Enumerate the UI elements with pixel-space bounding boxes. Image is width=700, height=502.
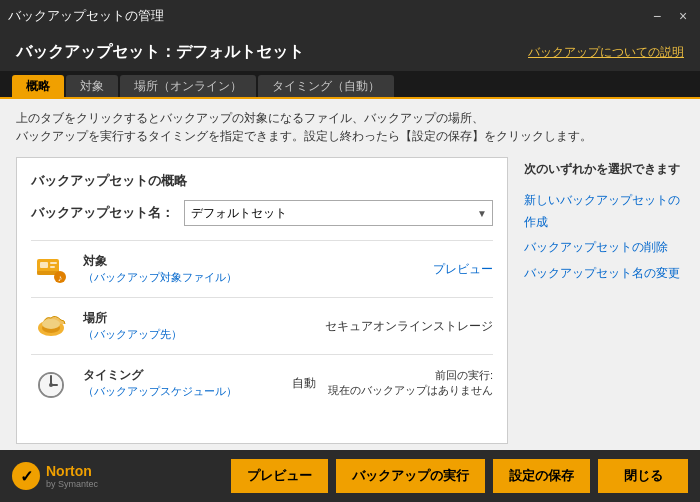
- norton-sub: by Symantec: [46, 479, 98, 489]
- help-link[interactable]: バックアップについての説明: [528, 44, 684, 61]
- timing-name: タイミング: [83, 367, 280, 384]
- timing-detail: 自動: [292, 375, 316, 392]
- right-panel-title: 次のいずれかを選択できます: [524, 161, 684, 178]
- save-settings-button[interactable]: 設定の保存: [493, 459, 590, 493]
- location-sub[interactable]: （バックアップ先）: [83, 327, 313, 342]
- timing-icon: [31, 365, 71, 401]
- item-row-timing: タイミング （バックアップスケジュール） 自動 前回の実行: 現在のバックアップ…: [31, 354, 493, 411]
- svg-text:♪: ♪: [58, 273, 63, 283]
- backup-name-label: バックアップセット名：: [31, 204, 174, 222]
- main-content: バックアップセットの概略 バックアップセット名： デフォルトセット: [0, 151, 700, 450]
- svg-rect-3: [50, 266, 55, 268]
- right-panel: 次のいずれかを選択できます 新しいバックアップセットの作成 バックアップセットの…: [524, 157, 684, 444]
- norton-text: Norton by Symantec: [46, 463, 98, 489]
- item-row-location: 場所 （バックアップ先） セキュアオンラインストレージ: [31, 297, 493, 354]
- svg-rect-1: [40, 262, 48, 268]
- norton-logo: ✓ Norton by Symantec: [12, 462, 98, 490]
- svg-point-9: [42, 319, 60, 329]
- tab-timing[interactable]: タイミング（自動）: [258, 75, 394, 97]
- header: バックアップセット：デフォルトセット バックアップについての説明: [0, 32, 700, 71]
- header-title: バックアップセット：デフォルトセット: [16, 42, 304, 63]
- norton-name: Norton: [46, 463, 98, 479]
- footer: ✓ Norton by Symantec プレビュー バックアップの実行 設定の…: [0, 450, 700, 502]
- target-info: 対象 （バックアップ対象ファイル）: [83, 253, 421, 285]
- main-window: バックアップセット：デフォルトセット バックアップについての説明 概略 対象 場…: [0, 32, 700, 502]
- close-button[interactable]: ×: [674, 7, 692, 25]
- left-panel: バックアップセットの概略 バックアップセット名： デフォルトセット: [16, 157, 508, 444]
- minimize-button[interactable]: −: [648, 7, 666, 25]
- timing-sub[interactable]: （バックアップスケジュール）: [83, 384, 280, 399]
- tab-target[interactable]: 対象: [66, 75, 118, 97]
- location-info: 場所 （バックアップ先）: [83, 310, 313, 342]
- target-preview-link[interactable]: プレビュー: [433, 261, 493, 278]
- backup-name-select[interactable]: デフォルトセット: [184, 200, 493, 226]
- description-text: 上のタブをクリックするとバックアップの対象になるファイル、バックアップの場所、 …: [0, 99, 700, 151]
- backup-name-row: バックアップセット名： デフォルトセット: [31, 200, 493, 226]
- svg-point-14: [49, 383, 53, 387]
- content-area: 上のタブをクリックするとバックアップの対象になるファイル、バックアップの場所、 …: [0, 99, 700, 450]
- preview-button[interactable]: プレビュー: [231, 459, 328, 493]
- tab-bar: 概略 対象 場所（オンライン） タイミング（自動）: [0, 71, 700, 99]
- section-title: バックアップセットの概略: [31, 172, 493, 190]
- window-controls: − ×: [648, 7, 692, 25]
- title-bar: バックアップセットの管理 − ×: [0, 0, 700, 32]
- item-row-target: ♪ 対象 （バックアップ対象ファイル） プレビュー: [31, 240, 493, 297]
- timing-info: タイミング （バックアップスケジュール）: [83, 367, 280, 399]
- action-create[interactable]: 新しいバックアップセットの作成: [524, 190, 684, 233]
- target-sub[interactable]: （バックアップ対象ファイル）: [83, 270, 421, 285]
- items-list: ♪ 対象 （バックアップ対象ファイル） プレビュー: [31, 240, 493, 411]
- action-delete[interactable]: バックアップセットの削除: [524, 237, 684, 259]
- norton-checkmark-icon: ✓: [12, 462, 40, 490]
- backup-name-select-wrapper[interactable]: デフォルトセット: [184, 200, 493, 226]
- window-title: バックアップセットの管理: [8, 7, 164, 25]
- tab-location[interactable]: 場所（オンライン）: [120, 75, 256, 97]
- location-name: 場所: [83, 310, 313, 327]
- svg-rect-2: [50, 262, 57, 264]
- run-backup-button[interactable]: バックアップの実行: [336, 459, 485, 493]
- location-icon: [31, 308, 71, 344]
- target-name: 対象: [83, 253, 421, 270]
- action-rename[interactable]: バックアップセット名の変更: [524, 263, 684, 285]
- timing-extra: 前回の実行: 現在のバックアップはありません: [328, 368, 493, 398]
- location-detail: セキュアオンラインストレージ: [325, 318, 493, 335]
- target-icon: ♪: [31, 251, 71, 287]
- tab-overview[interactable]: 概略: [12, 75, 64, 97]
- close-button-footer[interactable]: 閉じる: [598, 459, 688, 493]
